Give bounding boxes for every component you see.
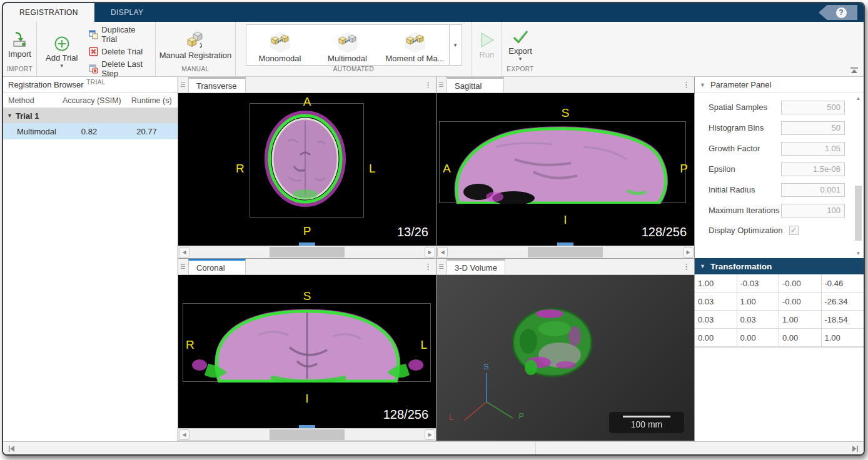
transverse-viewport[interactable]: A R L P 13/26 bbox=[178, 93, 436, 246]
scroll-left-icon[interactable]: ◀ bbox=[437, 247, 448, 258]
scroll-left-icon[interactable]: ◀ bbox=[179, 247, 189, 258]
bottom-bar-divider bbox=[535, 442, 536, 455]
tab-display[interactable]: DISPLAY bbox=[94, 3, 160, 22]
drag-handle-icon[interactable] bbox=[437, 77, 445, 92]
transformation-matrix: 1.00 -0.03 -0.00 -0.46 0.03 1.00 -0.00 -… bbox=[695, 274, 864, 348]
coronal-scroll-thumb[interactable] bbox=[270, 429, 345, 440]
gallery-item-multimodal[interactable]: Multimodal bbox=[314, 25, 381, 65]
import-button[interactable]: Import bbox=[3, 31, 36, 60]
scroll-down-icon[interactable]: ▼ bbox=[854, 249, 862, 257]
run-button[interactable]: Run bbox=[474, 30, 500, 61]
transverse-scroll-thumb[interactable] bbox=[270, 247, 345, 258]
matrix-cell: 0.00 bbox=[737, 329, 780, 347]
param-input-initial-radius[interactable]: 0.001 bbox=[781, 183, 845, 197]
param-row-histogram-bins: Histogram Bins 50 bbox=[695, 118, 864, 138]
add-trial-label: Add Trial bbox=[46, 53, 78, 62]
section-label-automated: AUTOMATED bbox=[236, 66, 472, 76]
coronal-tab[interactable]: Coronal bbox=[188, 259, 246, 274]
param-row-epsilon: Epsilon 1.5e-06 bbox=[695, 159, 864, 179]
parameter-scrollbar[interactable]: ▲ ▼ bbox=[854, 94, 862, 257]
gallery-dropdown-button[interactable]: ▾ bbox=[450, 24, 462, 66]
trial-group-row[interactable]: ▼ Trial 1 bbox=[3, 108, 178, 123]
drag-handle-icon[interactable] bbox=[437, 259, 445, 274]
param-input-histogram-bins[interactable]: 50 bbox=[781, 121, 845, 135]
duplicate-trial-icon bbox=[89, 30, 98, 39]
transformation-collapse-icon[interactable]: ▼ bbox=[700, 263, 705, 269]
sagittal-brain-image bbox=[440, 122, 687, 204]
orientation-label-inferior: I bbox=[305, 392, 308, 404]
coronal-viewport[interactable]: S R L I 128/256 bbox=[178, 275, 436, 428]
transverse-tabbar: Transverse ⋮ bbox=[178, 77, 436, 93]
matrix-cell: -18.54 bbox=[822, 311, 864, 329]
scroll-right-icon[interactable]: ▶ bbox=[425, 429, 435, 440]
parameter-panel-header[interactable]: ▼ Parameter Panel bbox=[695, 77, 864, 93]
column-accuracy: Accuracy (SSIM) bbox=[63, 96, 131, 105]
viewport-grid: Transverse ⋮ bbox=[178, 77, 695, 441]
sagittal-slice-bounds bbox=[439, 121, 686, 203]
add-trial-button[interactable]: Add Trial ▾ bbox=[41, 34, 83, 69]
transverse-menu-icon[interactable]: ⋮ bbox=[424, 77, 432, 92]
transverse-scrollbar[interactable]: ◀ ▶ bbox=[178, 246, 436, 258]
orientation-label-anterior: A bbox=[443, 162, 451, 174]
coronal-scrollbar[interactable]: ◀ ▶ bbox=[178, 428, 436, 441]
param-label: Initial Radius bbox=[709, 185, 781, 194]
sagittal-viewport[interactable]: S A P I 128/256 bbox=[437, 93, 694, 246]
help-button[interactable]: ? bbox=[819, 5, 857, 20]
param-input-maximum-iterations[interactable]: 100 bbox=[781, 204, 845, 218]
transformation-header[interactable]: ▼ Transformation bbox=[695, 258, 864, 274]
scroll-right-icon[interactable]: ▶ bbox=[683, 247, 694, 258]
coronal-menu-icon[interactable]: ⋮ bbox=[424, 259, 432, 274]
duplicate-trial-button[interactable]: Duplicate Trial bbox=[86, 24, 149, 44]
sagittal-scrollbar[interactable]: ◀ ▶ bbox=[437, 246, 694, 258]
parameter-fields: Spatial Samples 500 Histogram Bins 50 Gr… bbox=[695, 93, 864, 258]
drag-handle-icon[interactable] bbox=[178, 77, 187, 92]
parameter-panel-collapse-icon[interactable]: ▼ bbox=[700, 82, 705, 88]
volume-tab[interactable]: 3-D Volume bbox=[447, 259, 505, 274]
section-label-trial: TRIAL bbox=[37, 79, 155, 86]
orientation-label-posterior: P bbox=[680, 162, 688, 174]
transverse-tab[interactable]: Transverse bbox=[188, 77, 246, 92]
sagittal-menu-icon[interactable]: ⋮ bbox=[682, 77, 690, 92]
moment-of-mass-label: Moment of Ma... bbox=[386, 54, 445, 63]
delete-last-step-button[interactable]: Delete Last Step bbox=[86, 59, 149, 79]
result-accuracy: 0.82 bbox=[63, 127, 116, 136]
volume-menu-icon[interactable]: ⋮ bbox=[682, 259, 690, 274]
add-trial-icon bbox=[54, 36, 70, 52]
sagittal-scroll-thumb[interactable] bbox=[528, 247, 603, 258]
scroll-to-start-icon[interactable] bbox=[8, 442, 16, 455]
sagittal-tab[interactable]: Sagittal bbox=[447, 77, 504, 92]
transverse-slice-count: 13/26 bbox=[397, 225, 428, 239]
delete-last-step-label: Delete Last Step bbox=[101, 59, 146, 78]
param-row-initial-radius: Initial Radius 0.001 bbox=[695, 179, 864, 200]
parameter-scroll-thumb[interactable] bbox=[855, 186, 862, 241]
coronal-tabbar: Coronal ⋮ bbox=[178, 259, 436, 275]
param-row-growth-factor: Growth Factor 1.05 bbox=[695, 138, 864, 159]
trial-result-row[interactable]: Multimodal 0.82 20.77 bbox=[3, 123, 178, 139]
matrix-cell: -0.46 bbox=[822, 274, 864, 292]
volume-viewport[interactable]: S L P 100 mm bbox=[437, 275, 694, 441]
transverse-slice-bounds bbox=[250, 103, 364, 218]
result-method: Multimodal bbox=[3, 127, 63, 136]
manual-registration-button[interactable]: Manual Registration bbox=[154, 29, 237, 61]
display-optimization-checkbox[interactable]: ✓ bbox=[789, 226, 799, 235]
param-input-spatial-samples[interactable]: 500 bbox=[781, 101, 845, 114]
export-button[interactable]: Export ▾ bbox=[503, 29, 537, 62]
scroll-up-icon[interactable]: ▲ bbox=[854, 94, 862, 102]
param-label: Display Optimization bbox=[709, 226, 783, 235]
param-input-growth-factor[interactable]: 1.05 bbox=[781, 142, 845, 156]
delete-trial-button[interactable]: Delete Trial bbox=[86, 46, 149, 57]
scroll-left-icon[interactable]: ◀ bbox=[179, 429, 189, 440]
gallery-item-moment-of-mass[interactable]: Moment of Ma... bbox=[381, 25, 449, 65]
matrix-cell: 1.00 bbox=[779, 311, 822, 329]
bottom-scrollbar[interactable] bbox=[3, 441, 864, 455]
drag-handle-icon[interactable] bbox=[178, 259, 187, 274]
param-input-epsilon[interactable]: 1.5e-06 bbox=[781, 162, 845, 176]
scroll-to-end-icon[interactable] bbox=[851, 442, 859, 455]
export-caret-icon: ▾ bbox=[519, 57, 522, 61]
trial-collapse-icon[interactable]: ▼ bbox=[7, 112, 13, 119]
gallery-item-monomodal[interactable]: Monomodal bbox=[246, 25, 314, 65]
scroll-right-icon[interactable]: ▶ bbox=[425, 247, 435, 258]
tab-registration[interactable]: REGISTRATION bbox=[3, 3, 94, 22]
collapse-ribbon-button[interactable] bbox=[850, 67, 859, 74]
registration-browser-panel: Registration Browser Method Accuracy (SS… bbox=[3, 77, 178, 441]
